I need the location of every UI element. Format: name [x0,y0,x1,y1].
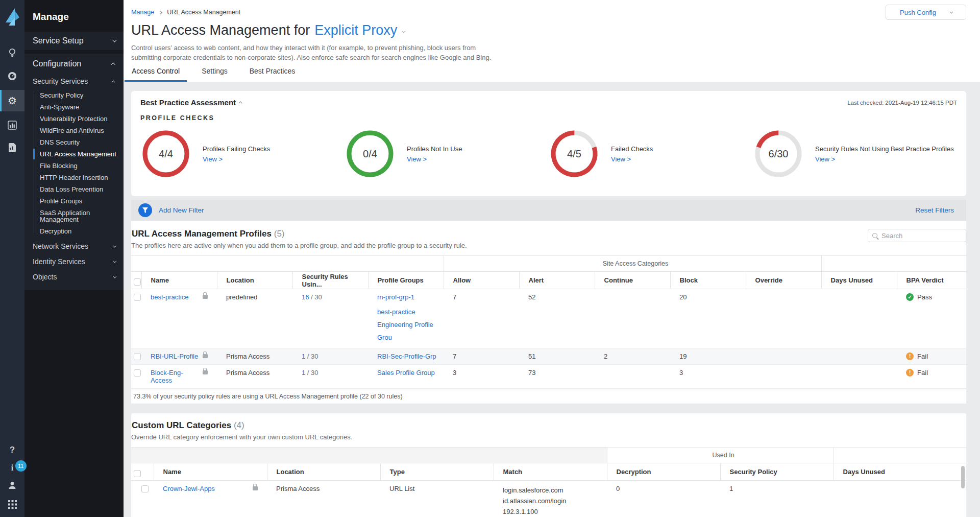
sidebar-item-vulnerability-protection[interactable]: Vulnerability Protection [24,113,124,125]
gauge-icon [7,71,17,81]
activity-nav-button[interactable] [0,138,24,157]
dashboard-nav-button[interactable] [0,66,24,86]
add-new-filter-link[interactable]: Add New Filter [159,206,204,214]
profile-group-link[interactable]: rn-prof-grp-1 [377,293,414,301]
allow-cell: 7 [444,289,519,348]
type-cell: URL List [380,481,494,517]
filter-button[interactable] [138,203,152,217]
block-cell: 19 [670,348,746,365]
sidebar-item-anti-spyware[interactable]: Anti-Spyware [24,101,124,113]
fail-icon: ! [906,353,914,360]
profile-groups-cell: rn-prof-grp-1 best-practice Engineering … [368,289,444,348]
bpa-check-profiles-failing: 4/4 Profiles Failing Checks View > [140,128,345,179]
profile-name-link[interactable]: RBI-URL-Profile [151,353,198,360]
column-header-security-policy[interactable]: Security Policy [720,463,834,481]
column-header-decryption[interactable]: Decryption [607,463,720,481]
profile-name-link[interactable]: Block-Eng-Access [151,369,203,384]
block-cell: 20 [670,289,746,348]
donut-label: Profiles Not In Use [407,145,462,153]
sidebar: Manage Service Setup Configuration Secur… [24,0,124,517]
sidebar-group-network-services[interactable]: Network Services [24,239,124,253]
chevron-up-icon [239,101,242,105]
push-config-button[interactable]: Push Config [886,5,966,20]
apps-button[interactable] [8,500,17,511]
select-all-checkbox[interactable] [134,470,141,477]
category-name-link[interactable]: Crown-Jewl-Apps [163,485,215,492]
sidebar-group-security-services[interactable]: Security Services [24,73,124,88]
lightbulb-icon [8,48,17,57]
column-header-block[interactable]: Block [670,272,746,289]
reset-filters-link[interactable]: Reset Filters [915,206,954,214]
column-header-security-rules[interactable]: Security Rules Usin... [292,272,368,289]
sidebar-item-profile-groups[interactable]: Profile Groups [24,195,124,207]
sidebar-item-url-access-management[interactable]: URL Access Management [24,148,124,160]
profile-name-link[interactable]: best-practice [151,293,188,301]
sidebar-item-file-blocking[interactable]: File Blocking [24,160,124,172]
tab-access-control[interactable]: Access Control [125,67,187,82]
prisma-logo[interactable] [3,6,22,28]
sidebar-item-dns-security[interactable]: DNS Security [24,136,124,148]
column-header-alert[interactable]: Alert [519,272,595,289]
profile-group-link[interactable]: RBI-Sec-Profile-Grp [377,353,436,360]
row-checkbox[interactable] [141,485,149,492]
profile-group-link[interactable]: Engineering Profile Grou [377,321,433,341]
breadcrumb-manage[interactable]: Manage [131,9,154,16]
breadcrumb: Manage URL Access Management [131,0,980,16]
sidebar-group-objects[interactable]: Objects [24,269,124,284]
days-unused-cell [834,481,966,517]
row-checkbox[interactable] [134,369,141,377]
profile-group-link[interactable]: Sales Profile Group [377,369,435,377]
allow-cell: 7 [444,348,519,365]
sidebar-item-saas-application-management[interactable]: SaaS Application Management [24,207,124,225]
sidebar-item-wildfire-antivirus[interactable]: WildFire and Antivirus [24,125,124,136]
column-header-location[interactable]: Location [217,272,292,289]
insights-nav-button[interactable] [0,43,24,62]
row-checkbox[interactable] [134,294,141,301]
table-row: Crown-Jewl-Apps Prisma Access URL List l… [131,481,966,517]
sidebar-item-http-header-insertion[interactable]: HTTP Header Insertion [24,172,124,183]
notifications-button[interactable]: i 11 [11,463,13,473]
sidebar-group-identity-services[interactable]: Identity Services [24,253,124,269]
days-unused-cell [821,348,897,365]
view-link[interactable]: View > [611,155,653,163]
search-input[interactable] [881,232,962,240]
sidebar-item-data-loss-prevention[interactable]: Data Loss Prevention [24,183,124,195]
sidebar-item-decryption[interactable]: Decryption [24,225,124,237]
sidebar-section-configuration[interactable]: Configuration [24,54,124,73]
reports-nav-button[interactable] [0,115,24,135]
sidebar-item-security-policy[interactable]: Security Policy [24,89,124,101]
column-header-match[interactable]: Match [494,463,607,481]
column-header-override[interactable]: Override [746,272,821,289]
bpa-collapse-toggle[interactable]: Best Practice Assessment [140,98,242,107]
app-window: ⚙ ? i 11 [0,0,980,517]
donut-label: Security Rules Not Using Best Practice P… [815,145,954,153]
column-header-days-unused[interactable]: Days Unused [821,272,897,289]
vertical-scrollbar[interactable] [961,466,965,488]
column-header-allow[interactable]: Allow [444,272,519,289]
column-header-profile-groups[interactable]: Profile Groups [368,272,444,289]
column-header-name[interactable]: Name [154,463,267,481]
help-button[interactable]: ? [10,445,15,455]
tab-settings[interactable]: Settings [194,67,235,82]
sidebar-section-service-setup[interactable]: Service Setup [24,32,124,50]
column-header-location[interactable]: Location [267,463,380,481]
view-link[interactable]: View > [203,155,270,163]
tab-best-practices[interactable]: Best Practices [242,67,302,82]
column-header-days-unused[interactable]: Days Unused [834,463,966,481]
proxy-selector[interactable]: Explicit Proxy [314,22,397,38]
user-button[interactable] [8,481,17,492]
location-cell: Prisma Access [267,481,380,517]
select-all-checkbox[interactable] [134,278,141,286]
continue-cell [595,289,670,348]
column-header-continue[interactable]: Continue [595,272,670,289]
profile-group-link[interactable]: best-practice [377,308,415,316]
view-link[interactable]: View > [407,155,462,163]
rules-count-link[interactable]: 16 [302,293,309,301]
row-checkbox[interactable] [134,353,141,360]
column-header-name[interactable]: Name [141,272,217,289]
table-row: Block-Eng-Access Prisma Access 1 / 30 Sa… [131,365,966,389]
column-header-bpa-verdict[interactable]: BPA Verdict [897,272,966,289]
view-link[interactable]: View > [815,155,954,163]
manage-nav-button[interactable]: ⚙ [0,90,24,111]
column-header-type[interactable]: Type [380,463,494,481]
